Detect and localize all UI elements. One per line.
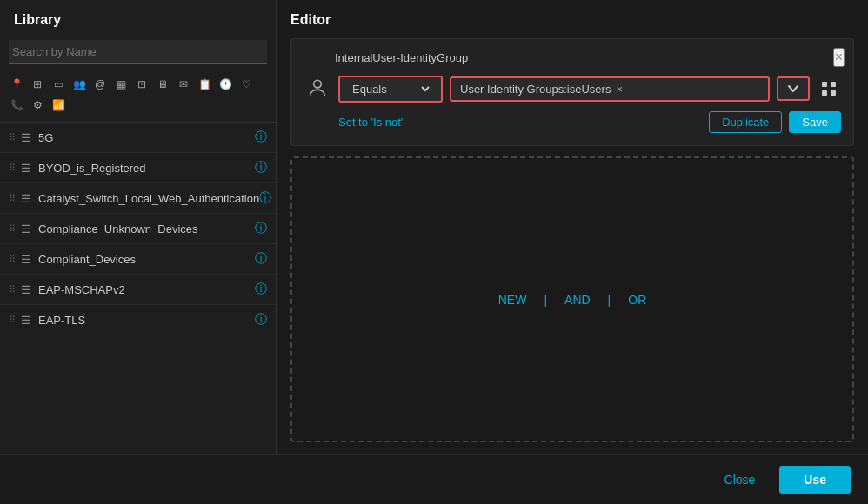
or-divider: | [608, 293, 611, 307]
toolbar-icon-grid[interactable]: ⊞ [28, 75, 47, 94]
card-row: Equals Not Equals Contains User Identity… [304, 75, 841, 103]
list-item[interactable]: ⠿ ☰ Compliant_Devices ⓘ [0, 244, 276, 275]
editor-title: Editor [290, 12, 854, 28]
toolbar-icon-gear[interactable]: ⚙ [28, 96, 47, 115]
use-button[interactable]: Use [779, 466, 851, 494]
condition-row: Equals Not Equals Contains User Identity… [338, 76, 841, 103]
item-type-icon: ☰ [21, 162, 31, 175]
drag-handle-icon: ⠿ [9, 284, 16, 295]
library-panel: Library 📍 ⊞ ▭ 👥 @ ▦ ⊡ 🖥 ✉ 📋 🕐 ♡ 📞 ⚙ 📶 ⠿ … [0, 0, 277, 454]
toolbar-icon-location[interactable]: 📍 [7, 75, 26, 94]
set-is-not-button[interactable]: Set to 'Is not' [338, 116, 403, 129]
or-condition-button[interactable]: OR [628, 293, 646, 307]
toolbar-icon-phone[interactable]: 📞 [7, 96, 26, 115]
user-avatar-icon [304, 75, 331, 103]
item-label: EAP-TLS [38, 314, 255, 327]
drag-handle-icon: ⠿ [9, 132, 16, 143]
toolbar-icon-at[interactable]: @ [90, 75, 110, 94]
info-icon[interactable]: ⓘ [255, 129, 267, 145]
value-tag: User Identity Groups:iseUsers [460, 83, 611, 96]
list-item[interactable]: ⠿ ☰ BYOD_is_Registered ⓘ [0, 153, 276, 183]
drag-handle-icon: ⠿ [9, 193, 16, 204]
save-button[interactable]: Save [789, 111, 841, 133]
list-item[interactable]: ⠿ ☰ Catalyst_Switch_Local_Web_Authentica… [0, 183, 276, 214]
page-footer: Close Use [0, 454, 868, 504]
toolbar-icon-clock[interactable]: 🕐 [216, 75, 235, 94]
item-type-icon: ☰ [21, 222, 31, 235]
item-label: BYOD_is_Registered [38, 162, 255, 175]
toolbar-icon-clipboard[interactable]: 📋 [195, 75, 214, 94]
svg-rect-3 [822, 90, 827, 96]
drag-handle-icon: ⠿ [9, 254, 16, 265]
icon-toolbar: 📍 ⊞ ▭ 👥 @ ▦ ⊡ 🖥 ✉ 📋 🕐 ♡ 📞 ⚙ 📶 [0, 71, 276, 123]
svg-point-0 [314, 80, 322, 88]
item-label: EAP-MSCHAPv2 [38, 283, 255, 296]
toolbar-icon-box[interactable]: ⊡ [132, 75, 151, 94]
info-icon[interactable]: ⓘ [255, 221, 267, 236]
new-condition-button[interactable]: NEW [498, 293, 527, 307]
info-icon[interactable]: ⓘ [255, 160, 267, 176]
footer-buttons: Duplicate Save [709, 111, 841, 133]
svg-rect-4 [831, 90, 836, 96]
drag-handle-icon: ⠿ [9, 315, 16, 326]
list-item[interactable]: ⠿ ☰ Compliance_Unknown_Devices ⓘ [0, 214, 276, 244]
item-label: Compliance_Unknown_Devices [38, 222, 255, 235]
dropdown-button[interactable] [777, 76, 810, 101]
toolbar-icon-heart[interactable]: ♡ [237, 75, 256, 94]
item-label: 5G [38, 131, 255, 144]
search-container [0, 36, 276, 71]
info-icon[interactable]: ⓘ [255, 251, 267, 267]
editor-panel: Editor × InternalUser-IdentityGroup Equa… [277, 0, 868, 454]
duplicate-button[interactable]: Duplicate [709, 111, 782, 133]
item-type-icon: ☰ [21, 283, 31, 296]
and-divider: | [544, 293, 547, 307]
info-icon[interactable]: ⓘ [255, 282, 267, 297]
drag-handle-icon: ⠿ [9, 223, 16, 235]
operator-select[interactable]: Equals Not Equals Contains [338, 76, 443, 103]
card-name: InternalUser-IdentityGroup [304, 51, 841, 64]
list-item[interactable]: ⠿ ☰ EAP-TLS ⓘ [0, 305, 276, 335]
list-item[interactable]: ⠿ ☰ 5G ⓘ [0, 123, 276, 153]
item-type-icon: ☰ [21, 253, 31, 266]
item-label: Catalyst_Switch_Local_Web_Authentication [38, 192, 259, 205]
item-label: Compliant_Devices [38, 253, 255, 266]
toolbar-icon-table[interactable]: ▦ [111, 75, 130, 94]
search-input[interactable] [9, 40, 267, 64]
drag-handle-icon: ⠿ [9, 162, 16, 174]
operator-dropdown[interactable]: Equals Not Equals Contains [349, 82, 432, 96]
info-icon[interactable]: ⓘ [255, 312, 267, 328]
item-type-icon: ☰ [21, 314, 31, 327]
card-close-button[interactable]: × [833, 48, 845, 67]
item-type-icon: ☰ [21, 192, 31, 205]
library-title: Library [0, 0, 276, 36]
close-button[interactable]: Close [711, 468, 770, 492]
new-condition-area: NEW | AND | OR [290, 156, 854, 442]
toolbar-icon-rect[interactable]: ▭ [49, 75, 68, 94]
toolbar-icon-users[interactable]: 👥 [70, 75, 89, 94]
value-remove-icon[interactable]: × [616, 83, 623, 96]
item-type-icon: ☰ [21, 131, 31, 144]
card-footer: Set to 'Is not' Duplicate Save [304, 111, 841, 133]
info-icon[interactable]: ⓘ [259, 190, 271, 206]
and-condition-button[interactable]: AND [564, 293, 591, 307]
editor-card: × InternalUser-IdentityGroup Equals Not … [290, 38, 854, 146]
list-item[interactable]: ⠿ ☰ EAP-MSCHAPv2 ⓘ [0, 275, 276, 305]
toolbar-icon-mail[interactable]: ✉ [174, 75, 193, 94]
library-list: ⠿ ☰ 5G ⓘ ⠿ ☰ BYOD_is_Registered ⓘ ⠿ ☰ Ca… [0, 123, 276, 454]
value-field[interactable]: User Identity Groups:iseUsers × [450, 76, 770, 102]
svg-rect-1 [822, 82, 827, 87]
toolbar-icon-monitor[interactable]: 🖥 [153, 75, 172, 94]
svg-rect-2 [831, 82, 836, 87]
grid-view-button[interactable] [817, 76, 841, 101]
toolbar-icon-wifi[interactable]: 📶 [49, 96, 68, 115]
